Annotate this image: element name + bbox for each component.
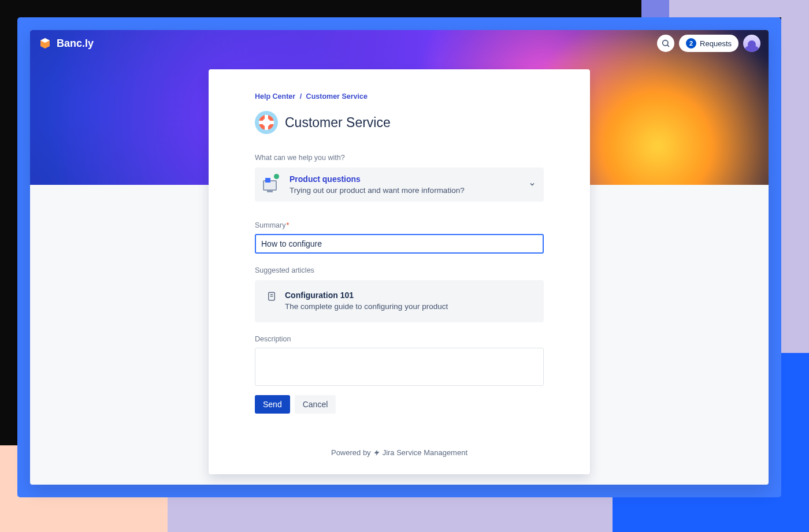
- breadcrumb-sep: /: [300, 92, 302, 101]
- chevron-down-icon: [529, 180, 536, 190]
- required-asterisk: *: [286, 221, 289, 229]
- suggested-article[interactable]: Configuration 101 The complete guide to …: [255, 280, 544, 322]
- jira-bolt-icon: [373, 449, 380, 457]
- description-textarea[interactable]: [255, 348, 544, 386]
- requests-label: Requests: [700, 39, 732, 48]
- brand-name: Banc.ly: [57, 38, 94, 50]
- app-window: Banc.ly 2 Requests Help Center / Custome…: [30, 30, 769, 485]
- send-button[interactable]: Send: [255, 395, 290, 414]
- decor-bottom-mid: [168, 497, 613, 532]
- powered-prefix: Powered by: [331, 448, 371, 457]
- outer-frame: Banc.ly 2 Requests Help Center / Custome…: [17, 17, 781, 497]
- document-icon: [266, 291, 277, 304]
- description-label: Description: [255, 335, 544, 343]
- search-icon: [661, 39, 670, 48]
- breadcrumb-current[interactable]: Customer Service: [306, 92, 368, 101]
- brand-logo[interactable]: Banc.ly: [38, 36, 94, 50]
- requests-button[interactable]: 2 Requests: [679, 35, 739, 52]
- summary-input[interactable]: [255, 234, 544, 254]
- product-questions-icon: [263, 176, 280, 191]
- cancel-button[interactable]: Cancel: [295, 395, 336, 414]
- svg-line-3: [667, 45, 669, 47]
- request-card: Help Center / Customer Service Customer …: [209, 69, 590, 474]
- breadcrumb: Help Center / Customer Service: [255, 92, 544, 101]
- powered-by: Powered by Jira Service Management: [255, 448, 544, 457]
- request-type-desc: Trying out our product and want more inf…: [290, 186, 465, 195]
- summary-label-text: Summary: [255, 221, 285, 229]
- breadcrumb-root[interactable]: Help Center: [255, 92, 295, 101]
- svg-marker-7: [374, 450, 379, 456]
- lifebuoy-icon: [259, 115, 274, 130]
- svg-point-2: [663, 40, 668, 46]
- brand-mark-icon: [38, 36, 52, 50]
- help-with-label: What can we help you with?: [255, 154, 544, 162]
- request-type-title: Product questions: [290, 174, 465, 184]
- search-button[interactable]: [657, 35, 674, 52]
- project-avatar: [255, 111, 278, 134]
- suggested-articles-label: Suggested articles: [255, 266, 544, 274]
- suggested-article-desc: The complete guide to configuring your p…: [285, 302, 448, 311]
- top-bar: Banc.ly 2 Requests: [30, 30, 769, 57]
- decor-right-strip: [641, 0, 669, 17]
- suggested-article-title: Configuration 101: [285, 291, 448, 300]
- request-type-select[interactable]: Product questions Trying out our product…: [255, 168, 544, 202]
- powered-product: Jira Service Management: [383, 448, 467, 457]
- page-title: Customer Service: [285, 115, 391, 131]
- avatar[interactable]: [743, 35, 760, 52]
- summary-label: Summary*: [255, 221, 544, 229]
- requests-count-badge: 2: [686, 38, 696, 49]
